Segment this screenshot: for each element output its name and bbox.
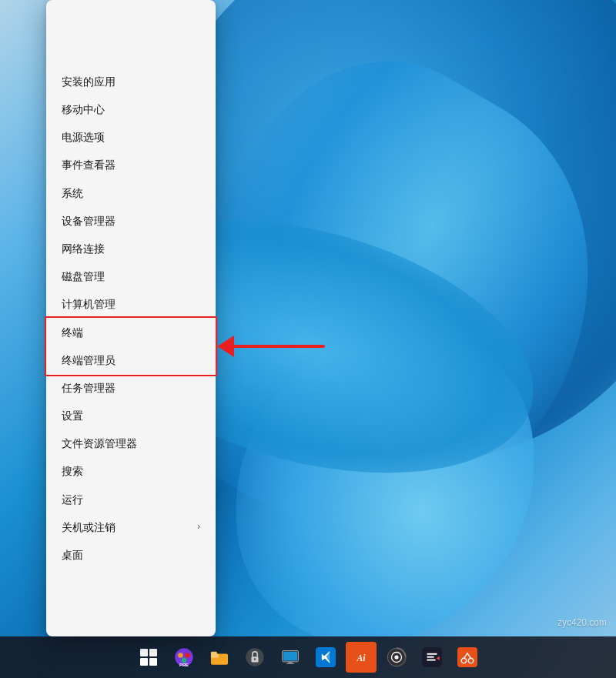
menu-item-label-run: 运行 [62,493,83,506]
menu-item-label-mobility-center: 移动中心 [62,102,105,116]
menu-item-power-options[interactable]: 电源选项 [46,123,216,151]
svg-point-2 [185,653,190,658]
menu-item-label-disk-management: 磁盘管理 [62,269,105,283]
color-picker-button[interactable]: PRE [169,642,199,673]
menu-item-label-device-manager: 设备管理器 [62,214,116,228]
arrow-head-icon [217,336,234,357]
arrow-line [233,345,325,348]
svg-text:PRE: PRE [179,663,189,667]
menu-item-installed-apps[interactable]: 安装的应用 [46,68,216,95]
menu-item-settings[interactable]: 设置 [46,402,216,429]
windows-start-button[interactable] [133,642,164,673]
svg-text:Ai: Ai [356,653,366,663]
menu-item-label-task-manager: 任务管理器 [62,381,116,395]
menu-item-label-desktop: 桌面 [62,548,83,562]
menu-item-label-shutdown: 关机或注销 [62,520,116,534]
menu-item-label-event-viewer: 事件查看器 [62,158,116,172]
menu-item-label-computer-management: 计算机管理 [62,297,116,311]
folder-icon [209,647,229,667]
menu-item-desktop[interactable]: 桌面 [46,541,216,569]
obs-button[interactable] [381,642,412,673]
svg-rect-7 [211,652,217,656]
menu-item-device-manager[interactable]: 设备管理器 [46,207,216,235]
menu-item-label-search: 搜索 [62,464,83,478]
menu-item-file-explorer[interactable]: 文件资源管理器 [46,429,216,457]
menu-item-label-terminal: 终端 [62,326,83,339]
lock-app-button[interactable] [239,642,270,673]
svg-point-10 [254,658,256,660]
menu-item-event-viewer[interactable]: 事件查看器 [46,151,216,179]
taskbar: PRE [0,636,616,678]
menu-item-terminal-admin[interactable]: 终端管理员 [46,346,216,374]
obs-icon [387,647,407,667]
menu-item-system[interactable]: 系统 [46,179,216,207]
context-menu: 安装的应用移动中心电源选项事件查看器系统设备管理器网络连接磁盘管理计算机管理终端… [46,0,216,636]
menu-item-label-terminal-admin: 终端管理员 [62,353,116,367]
vscode-button[interactable] [310,642,341,673]
menu-item-task-manager[interactable]: 任务管理器 [46,374,216,402]
svg-point-1 [178,653,183,658]
file-explorer-button[interactable] [204,642,235,673]
svg-point-20 [394,655,398,659]
menu-item-label-system: 系统 [62,186,83,200]
menu-item-label-file-explorer: 文件资源管理器 [62,436,137,450]
scissors-icon [457,647,477,667]
illustrator-button[interactable]: Ai [346,642,377,673]
menu-item-shutdown[interactable]: 关机或注销› [46,513,216,541]
menu-item-mobility-center[interactable]: 移动中心 [46,95,216,123]
menu-item-run[interactable]: 运行 [46,486,216,513]
watermark: zyc420.com [557,617,607,628]
menu-item-network-connections[interactable]: 网络连接 [46,235,216,262]
monitor-button[interactable] [275,642,306,673]
color-picker-icon: PRE [174,647,194,667]
red-arrow [217,336,325,357]
monitor-icon [280,647,300,667]
capcut-button[interactable] [417,642,447,673]
windows-logo-icon [140,649,157,666]
snip-tool-button[interactable] [452,642,483,673]
submenu-arrow-icon: › [197,521,200,533]
lock-icon [245,647,265,667]
menu-item-computer-management[interactable]: 计算机管理 [46,290,216,318]
svg-rect-14 [286,663,294,664]
ai-icon: Ai [351,647,371,667]
menu-item-disk-management[interactable]: 磁盘管理 [46,262,216,290]
menu-item-label-network-connections: 网络连接 [62,242,105,256]
menu-item-search[interactable]: 搜索 [46,457,216,485]
menu-item-label-power-options: 电源选项 [62,130,105,144]
svg-rect-22 [457,647,477,667]
menu-item-label-settings: 设置 [62,409,83,422]
menu-item-terminal[interactable]: 终端 [46,319,216,346]
menu-item-label-installed-apps: 安装的应用 [62,75,116,89]
capcut-icon [422,647,442,667]
vscode-icon [316,647,336,667]
svg-rect-12 [283,652,297,661]
